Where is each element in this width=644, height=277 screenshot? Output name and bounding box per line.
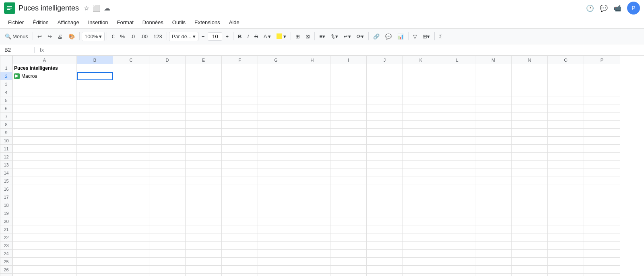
row-num-16[interactable]: 16 <box>0 185 12 193</box>
cell-O9[interactable] <box>548 129 584 137</box>
row-num-6[interactable]: 6 <box>0 104 12 112</box>
cell-A2[interactable]: Macros <box>12 72 77 80</box>
cell-K2[interactable] <box>403 72 439 80</box>
cell-B12[interactable] <box>77 153 113 161</box>
cell-E19[interactable] <box>186 209 222 217</box>
cell-A15[interactable] <box>12 177 77 185</box>
cell-P7[interactable] <box>584 112 620 121</box>
cell-G27[interactable] <box>258 274 294 277</box>
cell-N6[interactable] <box>512 104 548 112</box>
cell-E2[interactable] <box>186 72 222 80</box>
font-select[interactable]: Par dé... ▾ <box>169 32 198 41</box>
col-header-I[interactable]: I <box>330 56 367 64</box>
cell-C17[interactable] <box>113 193 149 201</box>
cell-K16[interactable] <box>403 185 439 193</box>
cell-B9[interactable] <box>77 129 113 137</box>
cell-B14[interactable] <box>77 169 113 177</box>
row-num-8[interactable]: 8 <box>0 121 12 129</box>
row-num-23[interactable]: 23 <box>0 242 12 250</box>
cell-A12[interactable] <box>12 153 77 161</box>
cell-N12[interactable] <box>512 153 548 161</box>
cell-K6[interactable] <box>403 104 439 112</box>
cell-D14[interactable] <box>149 169 186 177</box>
cell-E24[interactable] <box>186 250 222 258</box>
col-header-E[interactable]: E <box>186 56 222 64</box>
cell-O7[interactable] <box>548 112 584 121</box>
cell-F21[interactable] <box>222 225 258 233</box>
cell-N19[interactable] <box>512 209 548 217</box>
cell-L23[interactable] <box>439 242 475 250</box>
cell-J7[interactable] <box>367 112 403 121</box>
print-button[interactable]: 🖨 <box>55 32 65 41</box>
formula-input[interactable] <box>48 47 642 53</box>
star-icon[interactable]: ☆ <box>84 4 89 12</box>
row-num-20[interactable]: 20 <box>0 217 12 225</box>
cell-N11[interactable] <box>512 145 548 153</box>
cell-I27[interactable] <box>330 274 367 277</box>
cell-H6[interactable] <box>294 104 330 112</box>
cell-I25[interactable] <box>330 258 367 266</box>
history-icon[interactable]: 🕐 <box>586 4 594 12</box>
cell-O12[interactable] <box>548 153 584 161</box>
cell-N9[interactable] <box>512 129 548 137</box>
view-options-button[interactable]: ⊞▾ <box>420 32 432 41</box>
cell-O2[interactable] <box>548 72 584 80</box>
cell-P2[interactable] <box>584 72 620 80</box>
cell-P9[interactable] <box>584 129 620 137</box>
cell-H27[interactable] <box>294 274 330 277</box>
cell-P16[interactable] <box>584 185 620 193</box>
cell-H16[interactable] <box>294 185 330 193</box>
cell-A23[interactable] <box>12 242 77 250</box>
cell-E11[interactable] <box>186 145 222 153</box>
cell-A5[interactable] <box>12 96 77 104</box>
cell-C2[interactable] <box>113 72 149 80</box>
cell-E9[interactable] <box>186 129 222 137</box>
cell-L5[interactable] <box>439 96 475 104</box>
row-num-3[interactable]: 3 <box>0 80 12 88</box>
cell-D24[interactable] <box>149 250 186 258</box>
cell-F26[interactable] <box>222 266 258 274</box>
cell-H1[interactable] <box>294 64 330 72</box>
cell-I12[interactable] <box>330 153 367 161</box>
cell-A4[interactable] <box>12 88 77 96</box>
cell-I5[interactable] <box>330 96 367 104</box>
format123-button[interactable]: 123 <box>151 32 165 41</box>
cell-N17[interactable] <box>512 193 548 201</box>
cell-J5[interactable] <box>367 96 403 104</box>
cell-A3[interactable] <box>12 80 77 88</box>
cell-E3[interactable] <box>186 80 222 88</box>
cell-K9[interactable] <box>403 129 439 137</box>
cell-C27[interactable] <box>113 274 149 277</box>
cell-J25[interactable] <box>367 258 403 266</box>
cell-P1[interactable] <box>584 64 620 72</box>
cell-K12[interactable] <box>403 153 439 161</box>
cell-F23[interactable] <box>222 242 258 250</box>
cell-P20[interactable] <box>584 217 620 225</box>
cell-I6[interactable] <box>330 104 367 112</box>
cell-N8[interactable] <box>512 121 548 129</box>
cloud-icon[interactable]: ☁ <box>104 4 110 12</box>
cell-J1[interactable] <box>367 64 403 72</box>
cell-L16[interactable] <box>439 185 475 193</box>
cell-C10[interactable] <box>113 137 149 145</box>
rotate-button[interactable]: ⟳▾ <box>354 32 366 41</box>
comment-button[interactable]: 💬 <box>383 32 394 41</box>
cell-M6[interactable] <box>475 104 512 112</box>
cell-E22[interactable] <box>186 233 222 242</box>
cell-I20[interactable] <box>330 217 367 225</box>
cell-C21[interactable] <box>113 225 149 233</box>
cell-N27[interactable] <box>512 274 548 277</box>
row-num-12[interactable]: 12 <box>0 153 12 161</box>
cell-D12[interactable] <box>149 153 186 161</box>
valign-button[interactable]: ⇅▾ <box>328 32 341 41</box>
cell-O22[interactable] <box>548 233 584 242</box>
cell-I3[interactable] <box>330 80 367 88</box>
cell-F20[interactable] <box>222 217 258 225</box>
cell-G23[interactable] <box>258 242 294 250</box>
col-header-H[interactable]: H <box>294 56 330 64</box>
cell-B18[interactable] <box>77 201 113 209</box>
menu-aide[interactable]: Aide <box>225 18 244 27</box>
row-num-18[interactable]: 18 <box>0 201 12 209</box>
cell-I7[interactable] <box>330 112 367 121</box>
cell-A25[interactable] <box>12 258 77 266</box>
